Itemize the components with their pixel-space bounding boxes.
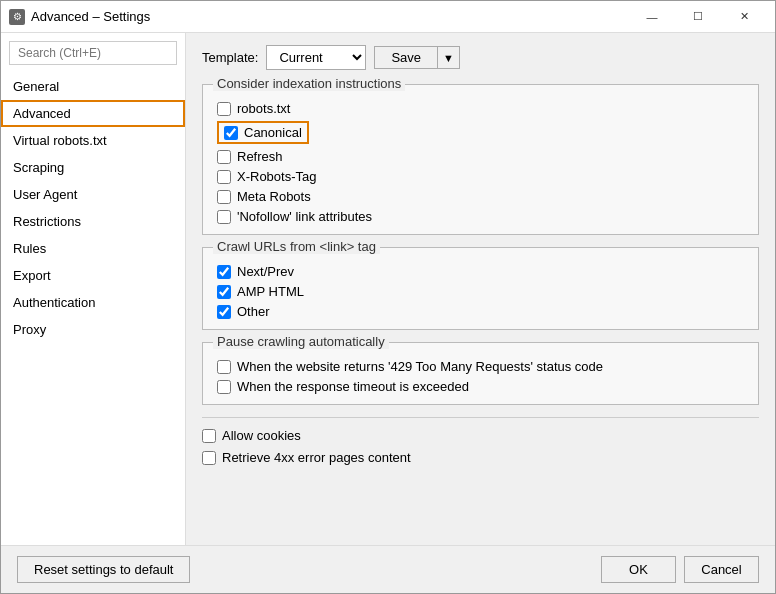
canonical-highlighted-row: Canonical [217, 121, 309, 144]
content-area: General Advanced Virtual robots.txt Scra… [1, 33, 775, 545]
save-button[interactable]: Save [374, 46, 437, 69]
consider-indexation-title: Consider indexation instructions [213, 76, 405, 91]
bottom-right: OK Cancel [601, 556, 759, 583]
checkbox-row-next-prev: Next/Prev [217, 264, 744, 279]
meta-robots-checkbox[interactable] [217, 190, 231, 204]
meta-robots-label: Meta Robots [237, 189, 311, 204]
title-bar: ⚙ Advanced – Settings — ☐ ✕ [1, 1, 775, 33]
checkbox-row-other: Other [217, 304, 744, 319]
allow-cookies-label: Allow cookies [222, 428, 301, 443]
checkbox-row-refresh: Refresh [217, 149, 744, 164]
ok-button[interactable]: OK [601, 556, 676, 583]
sidebar-item-export[interactable]: Export [1, 262, 185, 289]
divider [202, 417, 759, 418]
save-dropdown-button[interactable]: ▼ [437, 46, 460, 69]
template-select[interactable]: Current [266, 45, 366, 70]
cancel-button[interactable]: Cancel [684, 556, 759, 583]
sidebar-item-advanced[interactable]: Advanced [1, 100, 185, 127]
maximize-button[interactable]: ☐ [675, 1, 721, 33]
canonical-checkbox[interactable] [224, 126, 238, 140]
reset-button[interactable]: Reset settings to default [17, 556, 190, 583]
next-prev-label: Next/Prev [237, 264, 294, 279]
too-many-requests-checkbox[interactable] [217, 360, 231, 374]
sidebar-item-restrictions[interactable]: Restrictions [1, 208, 185, 235]
checkbox-row-meta-robots: Meta Robots [217, 189, 744, 204]
retrieve-4xx-checkbox[interactable] [202, 451, 216, 465]
app-icon: ⚙ [9, 9, 25, 25]
too-many-requests-label: When the website returns '429 Too Many R… [237, 359, 603, 374]
crawl-urls-group: Crawl URLs from <link> tag Next/Prev AMP… [202, 247, 759, 330]
refresh-checkbox[interactable] [217, 150, 231, 164]
sidebar-item-user-agent[interactable]: User Agent [1, 181, 185, 208]
consider-indexation-group: Consider indexation instructions robots.… [202, 84, 759, 235]
sidebar-item-scraping[interactable]: Scraping [1, 154, 185, 181]
search-input[interactable] [9, 41, 177, 65]
next-prev-checkbox[interactable] [217, 265, 231, 279]
x-robots-tag-checkbox[interactable] [217, 170, 231, 184]
refresh-label: Refresh [237, 149, 283, 164]
sidebar-item-rules[interactable]: Rules [1, 235, 185, 262]
sidebar-item-proxy[interactable]: Proxy [1, 316, 185, 343]
other-label: Other [237, 304, 270, 319]
sidebar: General Advanced Virtual robots.txt Scra… [1, 33, 186, 545]
main-panel: Template: Current Save ▼ Consider indexa… [186, 33, 775, 545]
pause-crawling-title: Pause crawling automatically [213, 334, 389, 349]
checkbox-row-amp-html: AMP HTML [217, 284, 744, 299]
canonical-label: Canonical [244, 125, 302, 140]
nofollow-checkbox[interactable] [217, 210, 231, 224]
retrieve-4xx-label: Retrieve 4xx error pages content [222, 450, 411, 465]
retrieve-4xx-row: Retrieve 4xx error pages content [202, 450, 759, 465]
save-button-group: Save ▼ [374, 46, 460, 69]
crawl-urls-title: Crawl URLs from <link> tag [213, 239, 380, 254]
toolbar: Template: Current Save ▼ [202, 45, 759, 70]
amp-html-checkbox[interactable] [217, 285, 231, 299]
sidebar-item-general[interactable]: General [1, 73, 185, 100]
bottom-left: Reset settings to default [17, 556, 190, 583]
checkbox-row-nofollow: 'Nofollow' link attributes [217, 209, 744, 224]
robots-txt-checkbox[interactable] [217, 102, 231, 116]
nofollow-label: 'Nofollow' link attributes [237, 209, 372, 224]
checkbox-row-x-robots: X-Robots-Tag [217, 169, 744, 184]
bottom-bar: Reset settings to default OK Cancel [1, 545, 775, 593]
main-window: ⚙ Advanced – Settings — ☐ ✕ General Adva… [0, 0, 776, 594]
response-timeout-label: When the response timeout is exceeded [237, 379, 469, 394]
pause-crawling-group: Pause crawling automatically When the we… [202, 342, 759, 405]
robots-txt-label: robots.txt [237, 101, 290, 116]
close-button[interactable]: ✕ [721, 1, 767, 33]
template-label: Template: [202, 50, 258, 65]
window-controls: — ☐ ✕ [629, 1, 767, 33]
sidebar-item-virtual-robots[interactable]: Virtual robots.txt [1, 127, 185, 154]
x-robots-tag-label: X-Robots-Tag [237, 169, 316, 184]
allow-cookies-checkbox[interactable] [202, 429, 216, 443]
window-title: Advanced – Settings [31, 9, 629, 24]
checkbox-row-too-many-requests: When the website returns '429 Too Many R… [217, 359, 744, 374]
allow-cookies-row: Allow cookies [202, 428, 759, 443]
sidebar-item-authentication[interactable]: Authentication [1, 289, 185, 316]
amp-html-label: AMP HTML [237, 284, 304, 299]
minimize-button[interactable]: — [629, 1, 675, 33]
checkbox-row-robots-txt: robots.txt [217, 101, 744, 116]
other-checkbox[interactable] [217, 305, 231, 319]
checkbox-row-response-timeout: When the response timeout is exceeded [217, 379, 744, 394]
response-timeout-checkbox[interactable] [217, 380, 231, 394]
